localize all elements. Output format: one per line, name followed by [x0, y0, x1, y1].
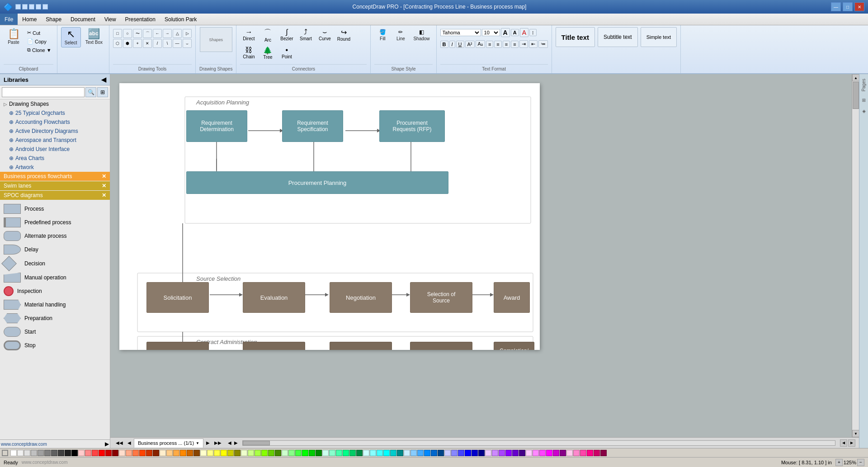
- palette-color[interactable]: [139, 450, 146, 456]
- palette-color[interactable]: [112, 450, 118, 456]
- palette-color[interactable]: [255, 450, 261, 456]
- menu-file[interactable]: File: [0, 14, 18, 25]
- active-lib-swim[interactable]: Swim lanes ✕: [0, 181, 110, 190]
- arc-btn[interactable]: ⌒ Arc: [259, 27, 276, 43]
- palette-color[interactable]: [275, 450, 281, 456]
- palette-color[interactable]: [587, 450, 593, 456]
- palette-color[interactable]: [546, 450, 552, 456]
- palette-color[interactable]: [465, 450, 471, 456]
- palette-color[interactable]: [234, 450, 241, 456]
- align-left-btn[interactable]: ≡: [486, 41, 493, 48]
- palette-color[interactable]: [458, 450, 464, 456]
- dt-circle[interactable]: ○: [123, 29, 132, 38]
- palette-color[interactable]: [526, 450, 532, 456]
- dt-curve[interactable]: ⌣: [183, 39, 192, 48]
- align-right-btn[interactable]: ≡: [503, 41, 510, 48]
- palette-color[interactable]: [153, 450, 159, 456]
- menu-view[interactable]: View: [100, 14, 121, 25]
- dt-arc[interactable]: ⌒: [143, 29, 152, 38]
- tab-last-btn[interactable]: ▶▶: [212, 439, 223, 446]
- dt-rect[interactable]: □: [113, 29, 122, 38]
- palette-color[interactable]: [478, 450, 485, 456]
- palette-color[interactable]: [44, 450, 51, 456]
- palette-color[interactable]: [444, 450, 451, 456]
- requirement-determination-box[interactable]: Requirement Determination: [186, 110, 247, 142]
- shape-predefined[interactable]: Predefined process: [2, 216, 108, 229]
- search-icon-btn[interactable]: 🔍: [85, 87, 96, 97]
- shape-decision[interactable]: Decision: [2, 256, 108, 271]
- tab-prev-btn[interactable]: ◀: [126, 439, 133, 446]
- shape-process[interactable]: Process: [2, 202, 108, 216]
- tree-btn[interactable]: 🌲 Tree: [259, 45, 276, 61]
- dt-slash[interactable]: /: [153, 39, 162, 48]
- evaluation-box[interactable]: Evaluation: [243, 282, 305, 313]
- palette-color[interactable]: [65, 450, 71, 456]
- line-btn[interactable]: ✏ Line: [392, 27, 409, 43]
- minimize-btn[interactable]: —: [831, 2, 841, 11]
- palette-color[interactable]: [316, 450, 322, 456]
- sidebar-search-input[interactable]: [2, 87, 85, 97]
- tab-business-process[interactable]: Business process ... (1/1) ▼: [134, 439, 203, 448]
- close-lib-swim[interactable]: ✕: [102, 183, 106, 189]
- shape-material[interactable]: Material handling: [2, 298, 108, 311]
- palette-color[interactable]: [485, 450, 491, 456]
- shape-alternate[interactable]: Alternate process: [2, 229, 108, 243]
- palette-color[interactable]: [451, 450, 458, 456]
- scroll-up-btn[interactable]: ▲: [852, 74, 859, 81]
- palette-color[interactable]: [126, 450, 132, 456]
- palette-color[interactable]: [505, 450, 512, 456]
- tab-next-btn[interactable]: ▶: [204, 439, 212, 446]
- palette-color[interactable]: [105, 450, 112, 456]
- shape-stop[interactable]: Stop: [2, 339, 108, 352]
- palette-color[interactable]: [573, 450, 580, 456]
- award-box[interactable]: Award: [494, 282, 530, 313]
- fill-btn[interactable]: 🪣 Fill: [374, 27, 391, 43]
- negotiation-box[interactable]: Negotiation: [330, 282, 392, 313]
- palette-color[interactable]: [221, 450, 227, 456]
- palette-color[interactable]: [193, 450, 200, 456]
- dt-wave[interactable]: 〜: [133, 29, 142, 38]
- shape-start[interactable]: Start: [2, 325, 108, 339]
- dt-cross[interactable]: ✕: [143, 39, 152, 48]
- diagram-canvas[interactable]: Acquisition Planning Source Selection Co…: [119, 83, 540, 350]
- palette-color[interactable]: [200, 450, 207, 456]
- tab-first-btn[interactable]: ◀◀: [114, 439, 125, 446]
- palette-color[interactable]: [383, 450, 390, 456]
- palette-color[interactable]: [377, 450, 383, 456]
- selection-of-source-box[interactable]: Selection of Source: [410, 282, 472, 313]
- select-btn[interactable]: ↖ Select: [61, 27, 81, 47]
- scroll-left-btn[interactable]: ◀: [228, 440, 231, 445]
- palette-color[interactable]: [533, 450, 539, 456]
- right-tab-panel2[interactable]: ⊞: [860, 96, 867, 105]
- palette-color[interactable]: [431, 450, 437, 456]
- font-select[interactable]: Tahoma: [440, 29, 481, 36]
- scroll-left-arrow[interactable]: ◀: [840, 439, 847, 447]
- underline-btn[interactable]: U: [456, 41, 464, 48]
- tree-area[interactable]: ⊕ Area Charts: [0, 154, 110, 163]
- palette-color[interactable]: [288, 450, 295, 456]
- palette-color[interactable]: [370, 450, 376, 456]
- align-center-btn[interactable]: ≡: [494, 41, 501, 48]
- palette-color[interactable]: [282, 450, 288, 456]
- palette-color[interactable]: [207, 450, 213, 456]
- shadow-btn[interactable]: ◧ Shadow: [410, 27, 432, 43]
- menu-presentation[interactable]: Presentation: [121, 14, 160, 25]
- align-justify-btn[interactable]: ≡: [511, 41, 518, 48]
- tree-active-dir[interactable]: ⊕ Active Directory Diagrams: [0, 127, 110, 136]
- shape-inspection[interactable]: Inspection: [2, 284, 108, 298]
- menu-solution-park[interactable]: Solution Park: [160, 14, 201, 25]
- palette-color[interactable]: [85, 450, 91, 456]
- indent-btn[interactable]: ⇥: [519, 40, 528, 48]
- right-tab-panel3[interactable]: ◈: [860, 107, 867, 117]
- zoom-out-btn[interactable]: −: [857, 459, 864, 466]
- textbox-btn[interactable]: 🔤 Text Box: [83, 27, 105, 47]
- paste-btn[interactable]: 📋 Paste: [4, 27, 24, 47]
- bezier-btn[interactable]: ∫ Bezier: [278, 27, 295, 43]
- palette-color[interactable]: [166, 450, 173, 456]
- palette-color[interactable]: [410, 450, 417, 456]
- v-scrollbar[interactable]: ▲ ▼: [852, 74, 859, 437]
- scroll-thumb[interactable]: [853, 82, 859, 109]
- bold-btn[interactable]: B: [440, 41, 448, 48]
- superscript-btn[interactable]: A²: [465, 41, 475, 48]
- smart-btn[interactable]: ⤴ Smart: [297, 27, 314, 43]
